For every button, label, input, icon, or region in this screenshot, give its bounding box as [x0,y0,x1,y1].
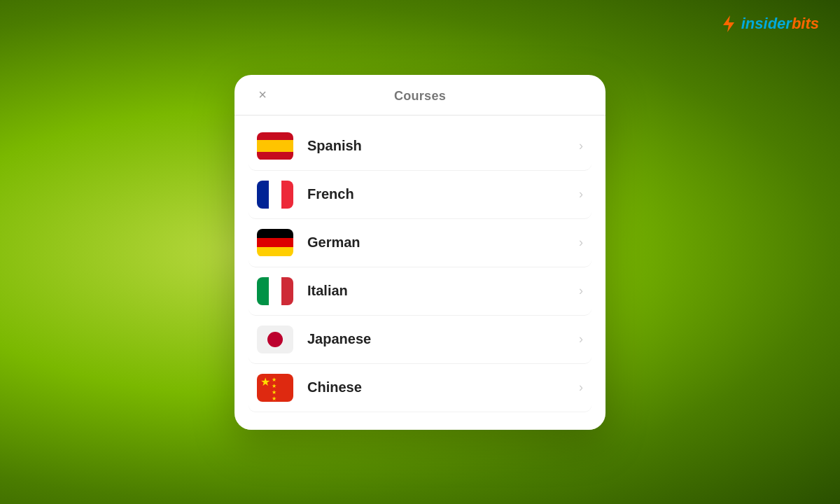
course-name-italian: Italian [307,283,579,299]
chevron-icon-japanese: › [579,332,583,346]
close-button[interactable]: × [251,83,274,106]
course-name-chinese: Chinese [307,379,579,396]
course-name-german: German [307,234,579,251]
course-list: Spanish › French › [234,115,606,412]
courses-modal: × Courses Spanish › [234,75,606,430]
course-item-chinese[interactable]: ★ ★ ★ ★ ★ Chinese › [248,364,592,412]
modal-header: × Courses [234,75,606,115]
course-name-japanese: Japanese [307,331,579,347]
flag-chinese: ★ ★ ★ ★ ★ [257,374,293,402]
flag-italian [257,277,293,305]
course-item-italian[interactable]: Italian › [248,267,592,316]
course-item-french[interactable]: French › [248,171,592,219]
chevron-icon-chinese: › [579,380,583,395]
chevron-icon-spanish: › [579,139,583,153]
flag-japanese [257,326,293,354]
course-name-french: French [307,186,579,202]
flag-spanish [257,132,293,160]
course-item-spanish[interactable]: Spanish › [248,122,592,171]
course-name-spanish: Spanish [307,138,579,154]
chevron-icon-german: › [579,235,583,250]
chevron-icon-french: › [579,187,583,202]
course-item-japanese[interactable]: Japanese › [248,316,592,364]
modal-title: Courses [394,89,446,104]
insiderbits-logo: insiderbits [719,14,819,34]
flag-french [257,181,293,209]
chevron-icon-italian: › [579,284,583,298]
bottom-fade [234,409,606,430]
logo-text: insiderbits [741,15,819,33]
bolt-icon [719,14,738,34]
flag-german [257,229,293,257]
course-item-german[interactable]: German › [248,219,592,267]
svg-marker-0 [723,15,734,32]
